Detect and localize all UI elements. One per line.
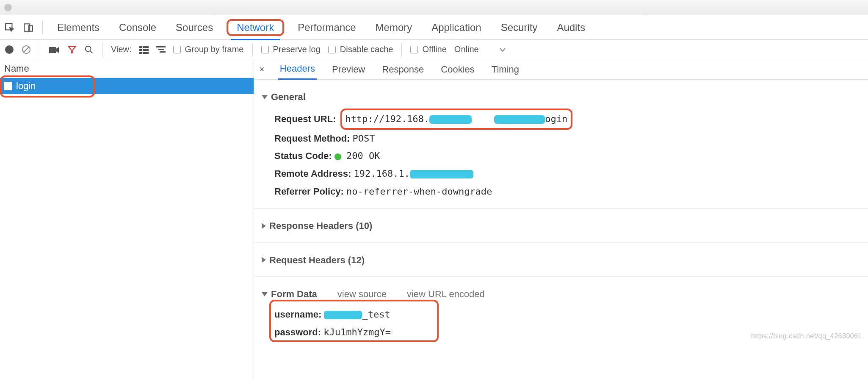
svg-point-6 — [86, 46, 91, 52]
tab-performance[interactable]: Performance — [292, 16, 362, 39]
referrer-policy-row: Referrer Policy: no-referrer-when-downgr… — [274, 183, 860, 201]
status-code-row: Status Code: 200 OK — [274, 147, 860, 165]
expand-icon — [262, 292, 268, 296]
status-code-label: Status Code: — [274, 150, 332, 161]
detail-tab-cookies[interactable]: Cookies — [439, 60, 476, 79]
tab-sources[interactable]: Sources — [170, 16, 219, 39]
response-headers-label: Response Headers (10) — [269, 217, 372, 235]
view-url-encoded-link[interactable]: view URL encoded — [407, 285, 485, 303]
throttling-select[interactable]: Online — [454, 45, 479, 54]
redaction — [324, 311, 362, 319]
detail-tab-timing[interactable]: Timing — [490, 60, 521, 79]
svg-rect-16 — [160, 51, 166, 53]
tab-network[interactable]: Network — [231, 16, 280, 40]
form-username-label: username: — [274, 309, 321, 320]
status-code-value: 200 OK — [346, 150, 380, 161]
section-general[interactable]: General — [262, 88, 860, 106]
remote-address-value: 192.168.1. — [354, 168, 473, 179]
disable-cache-checkbox[interactable]: Disable cache — [328, 45, 393, 54]
offline-checkbox[interactable]: Offline — [410, 45, 446, 54]
form-password-label: password: — [274, 327, 321, 337]
svg-rect-15 — [158, 49, 164, 50]
request-detail-panel: × Headers Preview Response Cookies Timin… — [254, 59, 868, 379]
request-list-header: Name — [0, 59, 254, 78]
group-by-frame-checkbox[interactable]: Group by frame — [173, 45, 244, 54]
request-method-value: POST — [353, 133, 375, 144]
close-detail-icon[interactable]: × — [259, 64, 265, 75]
section-response-headers[interactable]: Response Headers (10) — [262, 217, 860, 235]
remote-address-label: Remote Address: — [274, 168, 351, 179]
status-dot-icon — [334, 153, 341, 160]
document-icon — [4, 82, 12, 90]
redaction — [429, 115, 472, 124]
svg-rect-11 — [143, 49, 149, 51]
highlight-network-tab: Network — [227, 19, 284, 36]
section-request-headers[interactable]: Request Headers (12) — [262, 251, 860, 269]
form-username-text: _test — [362, 309, 390, 320]
request-url-row: Request URL: http://192.168. ogin — [274, 109, 860, 130]
network-toolbar: View: Group by frame Preserve log Disabl… — [0, 40, 868, 59]
request-headers-label: Request Headers (12) — [269, 251, 365, 269]
window-close-icon[interactable] — [4, 4, 12, 11]
request-url-value: http://192.168. ogin — [346, 114, 568, 124]
svg-rect-13 — [143, 52, 149, 54]
request-url-post: ogin — [545, 114, 567, 124]
camera-icon[interactable] — [49, 45, 60, 54]
view-label: View: — [111, 45, 132, 54]
network-content: Name login × Headers Preview Response Co… — [0, 59, 868, 379]
request-method-row: Request Method: POST — [274, 130, 860, 148]
request-list-panel: Name login — [0, 59, 254, 379]
svg-rect-10 — [139, 49, 142, 51]
view-source-link[interactable]: view source — [337, 285, 387, 303]
svg-rect-5 — [49, 47, 56, 53]
referrer-policy-label: Referrer Policy: — [274, 186, 344, 197]
remote-address-row: Remote Address: 192.168.1. — [274, 165, 860, 183]
collapse-icon — [262, 257, 266, 263]
detail-tab-preview[interactable]: Preview — [330, 60, 367, 79]
svg-rect-9 — [143, 46, 149, 48]
section-form-data[interactable]: Form Data view source view URL encoded — [262, 285, 860, 303]
chevron-down-icon[interactable] — [499, 45, 506, 54]
form-password-value: kJu1mhYzmgY= — [323, 327, 391, 337]
clear-icon[interactable] — [21, 44, 31, 55]
form-username-row: username: _test — [274, 306, 860, 323]
svg-line-7 — [90, 51, 93, 53]
tab-elements[interactable]: Elements — [51, 16, 105, 39]
request-url-pre: http://192.168. — [346, 114, 430, 124]
detail-tabs: × Headers Preview Response Cookies Timin… — [254, 59, 868, 80]
separator — [102, 43, 102, 56]
search-icon[interactable] — [84, 45, 94, 55]
view-large-icon[interactable] — [139, 45, 149, 54]
device-toggle-icon[interactable] — [23, 22, 34, 33]
tab-memory[interactable]: Memory — [370, 16, 418, 39]
watermark: https://blog.csdn.net/qq_42630061 — [751, 330, 862, 343]
tab-audits[interactable]: Audits — [551, 16, 591, 39]
separator — [42, 21, 43, 34]
filter-icon[interactable] — [67, 45, 77, 55]
request-url-label: Request URL: — [274, 114, 336, 124]
offline-label: Offline — [422, 45, 446, 54]
svg-line-4 — [24, 47, 29, 52]
request-row-login[interactable]: login — [0, 78, 254, 94]
detail-tab-headers[interactable]: Headers — [278, 59, 317, 80]
devtools-tabs: Elements Console Sources Network Perform… — [0, 15, 868, 40]
group-by-frame-label: Group by frame — [185, 45, 244, 54]
collapse-icon — [262, 223, 266, 229]
request-method-label: Request Method: — [274, 133, 350, 144]
expand-icon — [262, 95, 268, 99]
preserve-log-label: Preserve log — [273, 45, 321, 54]
preserve-log-checkbox[interactable]: Preserve log — [261, 45, 321, 54]
tab-console[interactable]: Console — [113, 16, 162, 39]
form-data-label: Form Data — [271, 285, 317, 303]
tab-security[interactable]: Security — [495, 16, 544, 39]
detail-tab-response[interactable]: Response — [380, 60, 426, 79]
highlight-request — [0, 75, 95, 98]
separator — [40, 43, 40, 56]
separator — [401, 43, 402, 56]
remote-address-pre: 192.168.1. — [354, 168, 409, 179]
record-icon[interactable] — [5, 45, 14, 54]
view-waterfall-icon[interactable] — [156, 45, 166, 54]
svg-rect-8 — [139, 46, 142, 48]
inspect-icon[interactable] — [4, 22, 15, 33]
tab-application[interactable]: Application — [426, 16, 487, 39]
